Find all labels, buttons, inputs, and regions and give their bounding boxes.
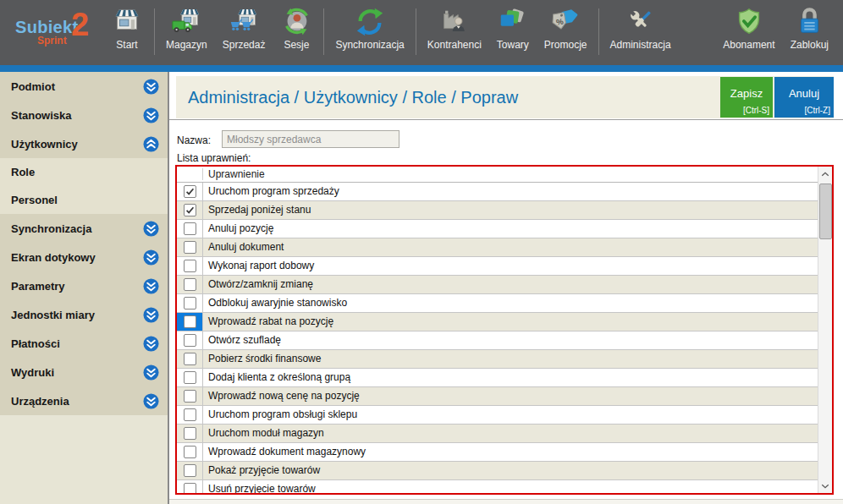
chevron-down-icon [143,307,159,323]
sidebar-item-role[interactable]: Role [0,158,168,186]
save-button-label: Zapisz [720,87,773,100]
toolbar-item-start[interactable]: Start [103,0,151,65]
scroll-up-button[interactable] [818,167,832,181]
toolbar-separator [416,8,416,55]
permission-row[interactable]: Anuluj pozycję [177,220,818,238]
permission-checkbox[interactable] [184,334,196,347]
chevron-up-icon [143,136,159,152]
toolbar-item-magazyn[interactable]: Magazyn [158,0,215,65]
sidebar-item-parametry[interactable]: Parametry [0,271,168,300]
permission-row[interactable]: Uruchom program sprzedaży [177,183,818,201]
toolbar-right-items: AbonamentZablokuj [715,0,843,65]
permission-row[interactable]: Sprzedaj poniżej stanu [177,201,818,220]
chevron-down-icon [143,393,159,409]
main-content: Administracja / Użytkownicy / Role / Pop… [169,72,843,504]
permission-row[interactable]: Wprowadź dokument magazynowy [177,443,818,462]
sales-carts-icon [228,6,260,38]
permission-row[interactable]: Pobierz środki finansowe [177,350,818,369]
toolbar-item-zablokuj[interactable]: Zablokuj [783,0,836,65]
name-label: Nazwa: [177,134,211,146]
permission-checkbox[interactable] [184,483,196,495]
permission-row[interactable]: Wprowadź nową cenę na pozycję [177,387,818,406]
cancel-button[interactable]: Anuluj [Ctrl-Z] [774,77,834,118]
permission-row[interactable]: Dodaj klienta z określoną grupą [177,369,818,387]
permission-row[interactable]: Odblokuj awaryjnie stanowisko [177,294,818,313]
permission-checkbox[interactable] [184,464,196,477]
toolbar-item-synchronizacja[interactable]: Synchronizacja [328,0,411,65]
permission-row[interactable]: Pokaż przyjęcie towarów [177,462,818,480]
table-scrollbar[interactable] [818,167,832,493]
toolbar-item-administracja[interactable]: Administracja [603,0,679,65]
toolbar-item-towary[interactable]: Towary [489,0,537,65]
sync-arrows-icon [354,6,386,38]
brand-edition: Sprint [37,35,67,47]
save-button[interactable]: Zapisz [Ctrl-S] [720,77,773,118]
permission-row[interactable]: Wykonaj raport dobowy [177,257,818,276]
toolbar-item-abonament[interactable]: Abonament [715,0,782,65]
table-column-header: Uprawnienie [177,167,818,183]
permission-checkbox[interactable] [184,222,196,235]
storefront-icon [111,6,143,38]
scrollbar-thumb[interactable] [819,184,832,239]
bottom-strip [169,499,843,504]
save-button-shortcut: [Ctrl-S] [743,106,769,115]
permissions-table: Uprawnienie Uruchom program sprzedażySpr… [175,165,834,495]
sidebar-item-urządzenia[interactable]: Urządzenia [0,386,168,415]
permission-row[interactable]: Otwórz szufladę [177,331,818,350]
permission-checkbox[interactable] [184,241,196,254]
session-user-icon [280,6,312,38]
permission-checkbox[interactable] [184,371,196,384]
permission-checkbox[interactable] [184,427,196,440]
page-header: Administracja / Użytkownicy / Role / Pop… [176,76,834,118]
permission-checkbox[interactable] [184,315,196,328]
cancel-button-label: Anuluj [774,87,834,100]
toolbar-item-kontrahenci[interactable]: Kontrahenci [420,0,489,65]
permission-checkbox[interactable] [184,204,196,216]
toolbar-separator [323,8,324,55]
permission-row[interactable]: Uruchom moduł magazyn [177,425,818,443]
permission-row[interactable]: Wprowadź rabat na pozycję [177,313,818,331]
toolbar-separator [598,8,599,55]
brand-version-number: 2 [71,7,89,43]
sidebar-item-jednostki-miary[interactable]: Jednostki miary [0,300,168,329]
sidebar-item-ekran-dotykowy[interactable]: Ekran dotykowy [0,243,168,271]
toolbar-separator [154,8,155,55]
chevron-down-icon [143,364,159,381]
permission-checkbox[interactable] [184,390,196,403]
name-input[interactable] [222,130,399,148]
permission-checkbox[interactable] [184,446,196,458]
sidebar-item-stanowiska[interactable]: Stanowiska [0,101,168,129]
toolbar-item-sesje[interactable]: Sesje [273,0,320,65]
permission-checkbox[interactable] [184,185,196,198]
sidebar-item-synchronizacja[interactable]: Synchronizacja [0,214,168,243]
header-divider [169,119,843,120]
chevron-down-icon [143,107,159,123]
permission-checkbox[interactable] [184,353,196,365]
permission-checkbox[interactable] [184,297,196,310]
permission-checkbox[interactable] [184,408,196,421]
permission-row[interactable]: Otwórz/zamknij zmianę [177,276,818,294]
permission-row[interactable]: Uruchom program obsługi sklepu [177,406,818,425]
scroll-down-button[interactable] [818,479,832,493]
chevron-down-icon [143,278,159,294]
app-logo: Subiekt Sprint 2 [0,0,103,65]
permission-row[interactable]: Anuluj dokument [177,238,818,257]
toolbar-item-promocje[interactable]: %Promocje [537,0,595,65]
sidebar-item-użytkownicy[interactable]: Użytkownicy [0,129,168,158]
permission-row[interactable]: Usuń przyjęcie towarów [177,480,818,495]
permission-checkbox[interactable] [184,278,196,291]
promo-tags-icon: % [549,6,581,38]
chevron-down-icon [143,79,159,95]
lock-icon [793,6,825,38]
warehouse-truck-icon [170,6,202,38]
sidebar: PodmiotStanowiskaUżytkownicyRolePersonel… [0,72,169,504]
sidebar-item-wydruki[interactable]: Wydruki [0,358,168,386]
sidebar-item-personel[interactable]: Personel [0,186,168,214]
accent-strip [0,65,843,72]
subscription-shield-icon [733,6,765,38]
admin-tools-icon [625,6,657,38]
sidebar-item-płatności[interactable]: Płatności [0,329,168,358]
permission-checkbox[interactable] [184,260,196,272]
sidebar-item-podmiot[interactable]: Podmiot [0,72,168,101]
toolbar-item-sprzedaż[interactable]: Sprzedaż [215,0,273,65]
